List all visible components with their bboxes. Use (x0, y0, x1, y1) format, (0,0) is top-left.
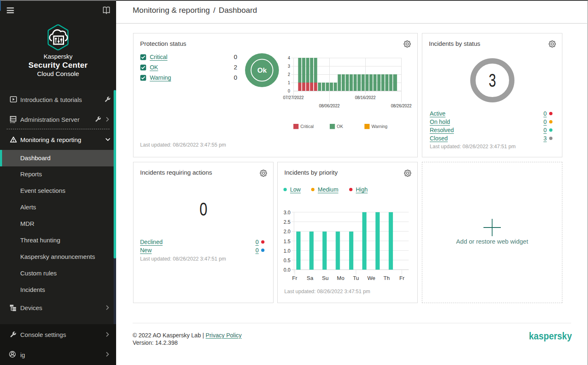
svg-text:3: 3 (489, 70, 496, 90)
svg-text:0: 0 (288, 89, 290, 93)
svg-text:OK: OK (337, 124, 343, 129)
svg-text:1.0: 1.0 (283, 248, 290, 254)
svg-text:08/26/2022: 08/26/2022 (391, 104, 412, 108)
svg-text:07/27/2022: 07/27/2022 (283, 95, 304, 100)
svg-text:0.5: 0.5 (283, 258, 290, 263)
svg-text:1.5: 1.5 (283, 239, 290, 244)
svg-text:Critical: Critical (300, 124, 314, 129)
svg-text:3.0: 3.0 (283, 210, 290, 216)
svg-text:2: 2 (288, 72, 290, 77)
svg-text:Mo: Mo (337, 275, 344, 281)
svg-text:Warning: Warning (371, 124, 388, 129)
svg-text:1: 1 (288, 81, 290, 85)
svg-text:Su: Su (322, 275, 329, 281)
svg-text:0.0: 0.0 (283, 267, 290, 273)
svg-text:08/16/2022: 08/16/2022 (355, 95, 376, 100)
svg-text:Sa: Sa (307, 275, 314, 281)
svg-text:Fr: Fr (400, 275, 405, 281)
svg-text:2.5: 2.5 (283, 219, 290, 225)
svg-text:08/06/2022: 08/06/2022 (319, 104, 340, 108)
svg-text:kaspersky: kaspersky (529, 331, 572, 341)
svg-text:4: 4 (288, 56, 290, 60)
svg-text:2.0: 2.0 (283, 229, 290, 235)
svg-text:We: We (367, 275, 375, 281)
svg-text:Fr: Fr (292, 275, 298, 281)
svg-text:Tu: Tu (353, 275, 359, 281)
svg-text:3: 3 (288, 64, 290, 69)
svg-text:Th: Th (383, 275, 390, 281)
